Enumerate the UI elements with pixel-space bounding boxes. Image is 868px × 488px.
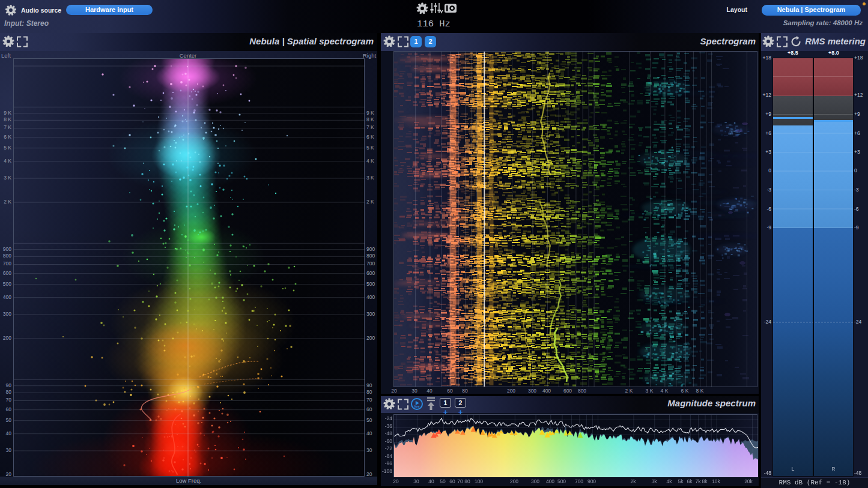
svg-text:live: live bbox=[414, 405, 420, 408]
